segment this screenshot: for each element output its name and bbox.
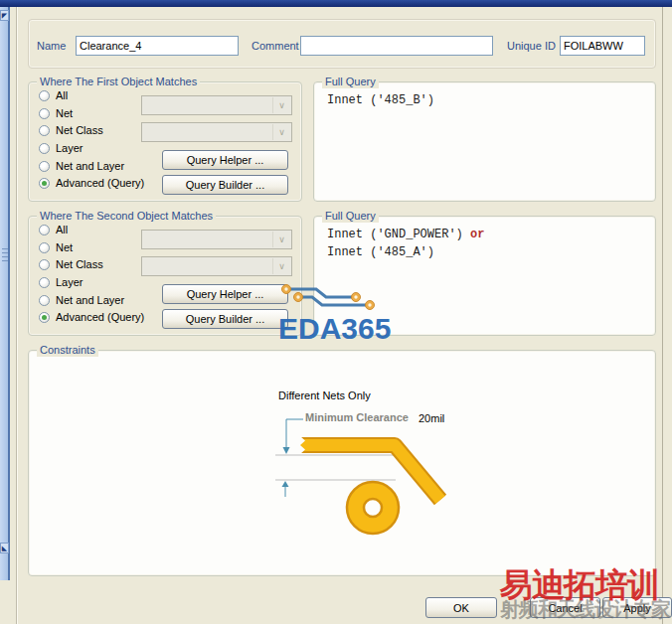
second-query-helper-button[interactable]: Query Helper ... xyxy=(162,284,288,304)
radio-selected-icon xyxy=(39,178,50,189)
scroll-up-left-icon[interactable]: ◤ xyxy=(0,10,9,21)
second-object-group-title: Where The Second Object Matches xyxy=(37,210,216,223)
chevron-down-icon: ∨ xyxy=(272,97,290,113)
query-operator: or xyxy=(470,228,484,241)
radio-second-advanced-query[interactable]: Advanced (Query) xyxy=(39,311,144,324)
radio-icon xyxy=(39,242,50,253)
constraints-title: Constraints xyxy=(37,344,98,357)
rule-header-box: Name Comment Unique ID xyxy=(28,19,656,69)
full-query-2-box[interactable]: Full Query Innet ('GND_POWER') or Innet … xyxy=(313,216,656,336)
scroll-down-left-icon[interactable]: ◣ xyxy=(0,543,9,553)
radio-first-layer[interactable]: Layer xyxy=(39,142,84,155)
clearance-rule-dialog: ◤ ◣ Name Comment Unique ID Where The Fir… xyxy=(0,0,672,624)
second-netclass-combo[interactable]: ∨ xyxy=(141,256,292,276)
full-query-1-text: Innet ('485_B') xyxy=(327,91,434,109)
radio-first-net-and-layer[interactable]: Net and Layer xyxy=(39,160,124,173)
radio-icon xyxy=(39,225,50,235)
radio-second-net-and-layer[interactable]: Net and Layer xyxy=(39,294,124,307)
first-query-helper-button[interactable]: Query Helper ... xyxy=(162,150,288,170)
radio-icon xyxy=(39,161,50,172)
radio-icon xyxy=(39,125,50,136)
second-query-builder-button[interactable]: Query Builder ... xyxy=(162,309,288,329)
dialog-left-highlight xyxy=(17,7,18,624)
radio-first-net-class[interactable]: Net Class xyxy=(39,124,103,137)
clearance-diagram xyxy=(249,378,477,551)
second-object-group: Where The Second Object Matches All Net … xyxy=(28,216,302,336)
splitter-grip[interactable] xyxy=(2,248,8,264)
chevron-down-icon: ∨ xyxy=(272,258,290,274)
radio-second-layer[interactable]: Layer xyxy=(39,276,84,289)
radio-icon xyxy=(39,259,50,270)
window-title-bar xyxy=(0,0,672,7)
radio-second-net-class[interactable]: Net Class xyxy=(39,258,103,271)
unique-id-input[interactable] xyxy=(560,36,645,56)
radio-icon xyxy=(39,295,50,306)
radio-first-all[interactable]: All xyxy=(39,89,68,102)
radio-icon xyxy=(39,108,50,119)
full-query-1-title: Full Query xyxy=(322,76,379,88)
first-object-group: Where The First Object Matches All Net N… xyxy=(28,81,302,202)
comment-input[interactable] xyxy=(300,36,493,56)
full-query-2-title: Full Query xyxy=(322,210,379,223)
second-net-combo[interactable]: ∨ xyxy=(141,230,292,249)
name-input[interactable] xyxy=(76,36,239,56)
radio-icon xyxy=(39,90,50,101)
full-query-2-line1: Innet ('GND_POWER') or xyxy=(327,226,484,243)
apply-button[interactable]: Apply xyxy=(602,597,672,618)
name-label: Name xyxy=(37,40,66,53)
radio-selected-icon xyxy=(39,312,50,323)
dialog-right-border xyxy=(662,7,663,624)
comment-label: Comment xyxy=(252,40,299,53)
chevron-down-icon: ∨ xyxy=(272,232,290,247)
full-query-1-box[interactable]: Full Query Innet ('485_B') xyxy=(313,81,656,202)
cancel-button[interactable]: Cancel xyxy=(530,597,600,618)
unique-id-label: Unique ID xyxy=(507,40,556,53)
full-query-2-line2: Innet ('485_A') xyxy=(327,243,434,261)
chevron-down-icon: ∨ xyxy=(272,124,290,140)
radio-second-net[interactable]: Net xyxy=(39,241,73,254)
left-panel-splitter[interactable]: ◤ ◣ xyxy=(0,7,10,580)
first-object-group-title: Where The First Object Matches xyxy=(37,76,200,88)
radio-icon xyxy=(39,277,50,288)
first-net-combo[interactable]: ∨ xyxy=(141,95,292,115)
radio-second-all[interactable]: All xyxy=(39,224,68,236)
first-netclass-combo[interactable]: ∨ xyxy=(141,122,292,142)
radio-first-net[interactable]: Net xyxy=(39,107,73,120)
first-query-builder-button[interactable]: Query Builder ... xyxy=(162,175,288,195)
radio-first-advanced-query[interactable]: Advanced (Query) xyxy=(39,177,144,190)
radio-icon xyxy=(39,143,50,154)
ok-button[interactable]: OK xyxy=(425,597,497,618)
